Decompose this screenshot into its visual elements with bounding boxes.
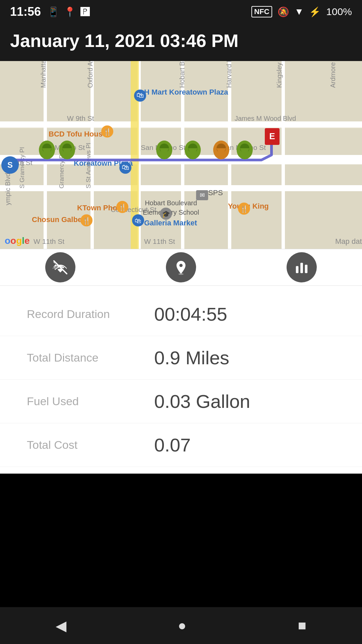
recent-button[interactable]: ■ (298, 618, 306, 634)
header-date: January 11, 2021 03:46 PM (10, 30, 352, 51)
record-duration-label: Record Duration (27, 308, 154, 321)
svg-text:🛍: 🛍 (122, 163, 129, 171)
stats-panel: Record Duration 00:04:55 Total Distance … (0, 286, 362, 474)
svg-rect-106 (300, 263, 303, 273)
svg-text:🍴: 🍴 (82, 217, 91, 225)
svg-text:S: S (7, 160, 13, 169)
svg-text:🎓: 🎓 (162, 210, 170, 218)
svg-text:E: E (269, 131, 275, 141)
total-distance-row: Total Distance 0.9 Miles (0, 336, 362, 380)
svg-rect-6 (231, 61, 282, 121)
svg-rect-20 (231, 190, 282, 249)
svg-text:🍴: 🍴 (240, 205, 248, 213)
map-container[interactable]: Manhattan Pl Oxford Ave Hobart Blvd Harv… (0, 61, 362, 249)
phone-icon: 📱 (48, 6, 59, 17)
location-button[interactable] (166, 252, 196, 282)
svg-rect-2 (47, 61, 90, 121)
record-duration-row: Record Duration 00:04:55 (0, 292, 362, 336)
svg-text:W 11th St: W 11th St (144, 237, 175, 245)
svg-text:Kingsley Dr: Kingsley Dr (276, 61, 283, 88)
svg-text:Oxford Ave: Oxford Ave (86, 61, 94, 88)
total-cost-row: Total Cost 0.07 (0, 423, 362, 467)
fuel-used-label: Fuel Used (27, 395, 154, 408)
silent-icon: 🔕 (278, 6, 289, 17)
svg-rect-7 (285, 61, 362, 121)
svg-rect-105 (296, 266, 299, 273)
total-distance-label: Total Distance (27, 351, 154, 364)
svg-point-104 (178, 273, 183, 275)
svg-rect-29 (228, 61, 231, 249)
status-icons-left: 📱 📍 🅿 (48, 6, 90, 17)
android-nav-bar: ◀ ● ■ (0, 607, 362, 644)
svg-text:KTown Pho: KTown Pho (77, 204, 117, 212)
svg-text:🍴: 🍴 (118, 203, 127, 211)
status-time: 11:56 (10, 5, 41, 19)
svg-text:Galleria Market: Galleria Market (144, 219, 197, 227)
svg-text:W 9th St: W 9th St (67, 114, 94, 122)
svg-text:Manhattan Pl: Manhattan Pl (40, 61, 47, 88)
signal-off-button[interactable] (45, 252, 75, 282)
svg-text:Hobart Blvd: Hobart Blvd (178, 61, 186, 88)
svg-text:Hobart Boulevard: Hobart Boulevard (145, 199, 197, 207)
svg-text:H Mart Koreatown Plaza: H Mart Koreatown Plaza (144, 88, 228, 96)
total-distance-value: 0.9 Miles (154, 347, 229, 369)
total-cost-label: Total Cost (27, 438, 154, 451)
svg-text:Harvard Blvd: Harvard Blvd (225, 61, 233, 88)
svg-text:🍴: 🍴 (103, 128, 112, 136)
svg-text:James M Wood Blvd: James M Wood Blvd (235, 115, 296, 122)
svg-text:🛍: 🛍 (136, 91, 144, 99)
home-button[interactable]: ● (178, 618, 186, 634)
svg-text:S St Andrews Pl: S St Andrews Pl (85, 143, 92, 189)
svg-text:S Gramercy Pl: S Gramercy Pl (18, 147, 25, 189)
wifi-icon: ▼ (295, 6, 304, 17)
svg-text:oogle: oogle (5, 235, 30, 246)
svg-text:🛍: 🛍 (135, 217, 141, 224)
status-right: NFC 🔕 ▼ ⚡ 100% (251, 6, 352, 17)
svg-rect-30 (282, 61, 285, 249)
battery-icon: ⚡ (309, 6, 321, 17)
status-bar: 11:56 📱 📍 🅿 NFC 🔕 ▼ ⚡ 100% (0, 0, 362, 23)
battery-percentage: 100% (326, 6, 352, 17)
total-cost-value: 0.07 (154, 434, 191, 456)
svg-rect-1 (0, 61, 44, 121)
location-status-icon: 📍 (64, 6, 76, 17)
record-duration-value: 00:04:55 (154, 303, 227, 325)
toolbar (0, 249, 362, 286)
svg-text:Ardmore Ave: Ardmore Ave (329, 61, 337, 88)
nfc-icon: NFC (251, 6, 272, 17)
svg-text:✉: ✉ (200, 192, 205, 199)
svg-rect-107 (305, 265, 308, 273)
back-button[interactable]: ◀ (56, 618, 66, 634)
svg-text:Map data: Map data (335, 237, 362, 246)
svg-text:Chosun Galbee: Chosun Galbee (32, 215, 86, 224)
svg-text:W 11th St: W 11th St (34, 237, 64, 245)
fuel-used-row: Fuel Used 0.03 Gallon (0, 380, 362, 423)
chart-button[interactable] (287, 252, 317, 282)
status-left: 11:56 📱 📍 🅿 (10, 5, 90, 19)
svg-text:ympic Blvd: ympic Blvd (4, 173, 11, 205)
fuel-used-value: 0.03 Gallon (154, 390, 250, 412)
parking-icon: 🅿 (80, 6, 90, 17)
header: January 11, 2021 03:46 PM (0, 23, 362, 61)
svg-text:BCD Tofu House: BCD Tofu House (49, 130, 107, 138)
